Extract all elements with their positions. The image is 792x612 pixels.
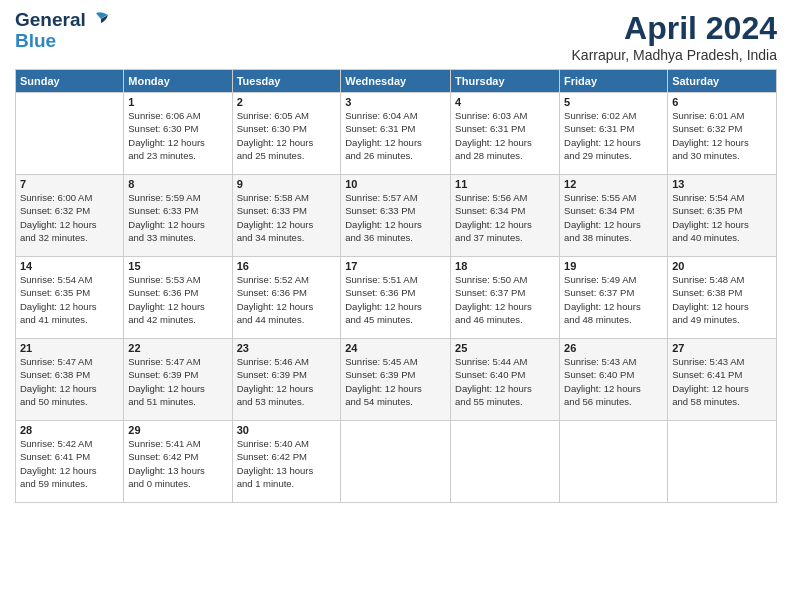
day-info: Sunrise: 5:56 AMSunset: 6:34 PMDaylight:…	[455, 191, 555, 244]
calendar-cell: 15Sunrise: 5:53 AMSunset: 6:36 PMDayligh…	[124, 257, 232, 339]
day-number: 21	[20, 342, 119, 354]
calendar-cell	[341, 421, 451, 503]
calendar-header-friday: Friday	[560, 70, 668, 93]
day-number: 18	[455, 260, 555, 272]
day-info: Sunrise: 5:42 AMSunset: 6:41 PMDaylight:…	[20, 437, 119, 490]
calendar-cell: 6Sunrise: 6:01 AMSunset: 6:32 PMDaylight…	[668, 93, 777, 175]
calendar-cell: 9Sunrise: 5:58 AMSunset: 6:33 PMDaylight…	[232, 175, 341, 257]
day-info: Sunrise: 5:47 AMSunset: 6:39 PMDaylight:…	[128, 355, 227, 408]
day-info: Sunrise: 5:53 AMSunset: 6:36 PMDaylight:…	[128, 273, 227, 326]
calendar-week-1: 1Sunrise: 6:06 AMSunset: 6:30 PMDaylight…	[16, 93, 777, 175]
calendar-table: SundayMondayTuesdayWednesdayThursdayFrid…	[15, 69, 777, 503]
day-number: 4	[455, 96, 555, 108]
calendar-header-tuesday: Tuesday	[232, 70, 341, 93]
day-number: 6	[672, 96, 772, 108]
calendar-cell	[451, 421, 560, 503]
calendar-cell: 4Sunrise: 6:03 AMSunset: 6:31 PMDaylight…	[451, 93, 560, 175]
day-info: Sunrise: 5:57 AMSunset: 6:33 PMDaylight:…	[345, 191, 446, 244]
calendar-cell: 5Sunrise: 6:02 AMSunset: 6:31 PMDaylight…	[560, 93, 668, 175]
calendar-cell: 10Sunrise: 5:57 AMSunset: 6:33 PMDayligh…	[341, 175, 451, 257]
calendar-cell: 28Sunrise: 5:42 AMSunset: 6:41 PMDayligh…	[16, 421, 124, 503]
calendar-cell: 12Sunrise: 5:55 AMSunset: 6:34 PMDayligh…	[560, 175, 668, 257]
calendar-cell: 23Sunrise: 5:46 AMSunset: 6:39 PMDayligh…	[232, 339, 341, 421]
calendar-cell: 7Sunrise: 6:00 AMSunset: 6:32 PMDaylight…	[16, 175, 124, 257]
day-number: 12	[564, 178, 663, 190]
calendar-cell: 26Sunrise: 5:43 AMSunset: 6:40 PMDayligh…	[560, 339, 668, 421]
day-info: Sunrise: 5:41 AMSunset: 6:42 PMDaylight:…	[128, 437, 227, 490]
calendar-cell: 1Sunrise: 6:06 AMSunset: 6:30 PMDaylight…	[124, 93, 232, 175]
calendar-header-sunday: Sunday	[16, 70, 124, 93]
logo: General Blue	[15, 10, 110, 52]
day-info: Sunrise: 5:49 AMSunset: 6:37 PMDaylight:…	[564, 273, 663, 326]
logo-bird-icon	[88, 11, 110, 29]
calendar-cell: 20Sunrise: 5:48 AMSunset: 6:38 PMDayligh…	[668, 257, 777, 339]
day-info: Sunrise: 5:58 AMSunset: 6:33 PMDaylight:…	[237, 191, 337, 244]
day-number: 2	[237, 96, 337, 108]
day-number: 30	[237, 424, 337, 436]
day-info: Sunrise: 6:05 AMSunset: 6:30 PMDaylight:…	[237, 109, 337, 162]
calendar-header-monday: Monday	[124, 70, 232, 93]
day-info: Sunrise: 6:01 AMSunset: 6:32 PMDaylight:…	[672, 109, 772, 162]
day-info: Sunrise: 5:59 AMSunset: 6:33 PMDaylight:…	[128, 191, 227, 244]
day-number: 26	[564, 342, 663, 354]
logo-general: General	[15, 10, 86, 31]
day-number: 24	[345, 342, 446, 354]
day-number: 25	[455, 342, 555, 354]
day-info: Sunrise: 5:51 AMSunset: 6:36 PMDaylight:…	[345, 273, 446, 326]
calendar-week-4: 21Sunrise: 5:47 AMSunset: 6:38 PMDayligh…	[16, 339, 777, 421]
calendar-cell	[560, 421, 668, 503]
day-info: Sunrise: 5:43 AMSunset: 6:40 PMDaylight:…	[564, 355, 663, 408]
day-number: 17	[345, 260, 446, 272]
day-number: 28	[20, 424, 119, 436]
day-number: 5	[564, 96, 663, 108]
day-info: Sunrise: 5:45 AMSunset: 6:39 PMDaylight:…	[345, 355, 446, 408]
day-number: 1	[128, 96, 227, 108]
day-number: 15	[128, 260, 227, 272]
calendar-cell: 16Sunrise: 5:52 AMSunset: 6:36 PMDayligh…	[232, 257, 341, 339]
day-info: Sunrise: 5:46 AMSunset: 6:39 PMDaylight:…	[237, 355, 337, 408]
calendar-header-saturday: Saturday	[668, 70, 777, 93]
day-info: Sunrise: 5:54 AMSunset: 6:35 PMDaylight:…	[672, 191, 772, 244]
day-info: Sunrise: 5:55 AMSunset: 6:34 PMDaylight:…	[564, 191, 663, 244]
day-number: 11	[455, 178, 555, 190]
calendar-header-row: SundayMondayTuesdayWednesdayThursdayFrid…	[16, 70, 777, 93]
calendar-cell: 11Sunrise: 5:56 AMSunset: 6:34 PMDayligh…	[451, 175, 560, 257]
calendar-cell: 22Sunrise: 5:47 AMSunset: 6:39 PMDayligh…	[124, 339, 232, 421]
calendar-cell	[668, 421, 777, 503]
title-section: April 2024 Karrapur, Madhya Pradesh, Ind…	[572, 10, 777, 63]
calendar-cell: 30Sunrise: 5:40 AMSunset: 6:42 PMDayligh…	[232, 421, 341, 503]
page: General Blue April 2024 Karrapur, Madhya…	[0, 0, 792, 612]
day-info: Sunrise: 6:02 AMSunset: 6:31 PMDaylight:…	[564, 109, 663, 162]
day-number: 16	[237, 260, 337, 272]
day-info: Sunrise: 6:04 AMSunset: 6:31 PMDaylight:…	[345, 109, 446, 162]
calendar-cell: 21Sunrise: 5:47 AMSunset: 6:38 PMDayligh…	[16, 339, 124, 421]
day-info: Sunrise: 6:00 AMSunset: 6:32 PMDaylight:…	[20, 191, 119, 244]
day-info: Sunrise: 6:06 AMSunset: 6:30 PMDaylight:…	[128, 109, 227, 162]
calendar-cell: 17Sunrise: 5:51 AMSunset: 6:36 PMDayligh…	[341, 257, 451, 339]
calendar-week-3: 14Sunrise: 5:54 AMSunset: 6:35 PMDayligh…	[16, 257, 777, 339]
calendar-cell: 13Sunrise: 5:54 AMSunset: 6:35 PMDayligh…	[668, 175, 777, 257]
day-info: Sunrise: 5:44 AMSunset: 6:40 PMDaylight:…	[455, 355, 555, 408]
calendar-cell: 27Sunrise: 5:43 AMSunset: 6:41 PMDayligh…	[668, 339, 777, 421]
calendar-week-5: 28Sunrise: 5:42 AMSunset: 6:41 PMDayligh…	[16, 421, 777, 503]
calendar-cell: 3Sunrise: 6:04 AMSunset: 6:31 PMDaylight…	[341, 93, 451, 175]
day-number: 22	[128, 342, 227, 354]
day-info: Sunrise: 5:43 AMSunset: 6:41 PMDaylight:…	[672, 355, 772, 408]
day-info: Sunrise: 5:50 AMSunset: 6:37 PMDaylight:…	[455, 273, 555, 326]
day-number: 29	[128, 424, 227, 436]
location: Karrapur, Madhya Pradesh, India	[572, 47, 777, 63]
day-number: 14	[20, 260, 119, 272]
calendar-cell: 19Sunrise: 5:49 AMSunset: 6:37 PMDayligh…	[560, 257, 668, 339]
day-info: Sunrise: 5:47 AMSunset: 6:38 PMDaylight:…	[20, 355, 119, 408]
day-info: Sunrise: 5:48 AMSunset: 6:38 PMDaylight:…	[672, 273, 772, 326]
day-info: Sunrise: 6:03 AMSunset: 6:31 PMDaylight:…	[455, 109, 555, 162]
day-info: Sunrise: 5:54 AMSunset: 6:35 PMDaylight:…	[20, 273, 119, 326]
calendar-cell: 18Sunrise: 5:50 AMSunset: 6:37 PMDayligh…	[451, 257, 560, 339]
month-title: April 2024	[572, 10, 777, 47]
calendar-header-wednesday: Wednesday	[341, 70, 451, 93]
calendar-cell: 25Sunrise: 5:44 AMSunset: 6:40 PMDayligh…	[451, 339, 560, 421]
calendar-cell: 24Sunrise: 5:45 AMSunset: 6:39 PMDayligh…	[341, 339, 451, 421]
day-number: 20	[672, 260, 772, 272]
day-number: 8	[128, 178, 227, 190]
day-number: 3	[345, 96, 446, 108]
